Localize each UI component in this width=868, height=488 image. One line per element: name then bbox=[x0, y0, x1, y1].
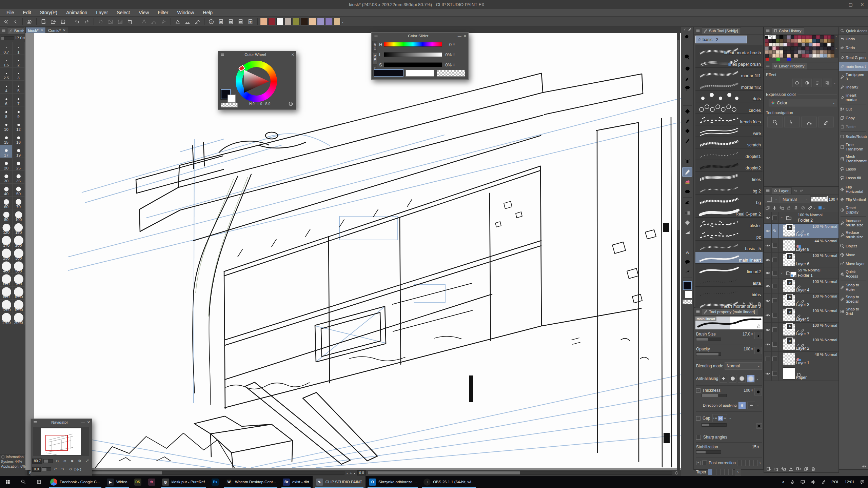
color-history-swatch[interactable] bbox=[824, 43, 827, 46]
taskbar-app-skrzynka-odbiorcza-[interactable]: OSkrzynka odbiorcza ... bbox=[366, 476, 420, 488]
invert-selection-icon[interactable] bbox=[116, 18, 125, 26]
minimize-icon[interactable]: — bbox=[458, 34, 461, 38]
pen-tray-icon[interactable] bbox=[819, 476, 828, 488]
color-history-swatch[interactable] bbox=[824, 54, 827, 58]
taper-expand-button[interactable]: › bbox=[735, 469, 741, 475]
taskbar-app-kiosk-pur-pureref[interactable]: ◎kiosk.pur - PureRef bbox=[159, 476, 208, 488]
undo-icon[interactable] bbox=[73, 18, 81, 26]
stabilization-value[interactable]: 15 bbox=[752, 445, 756, 449]
color-history-swatch[interactable] bbox=[816, 35, 820, 39]
color-history-swatch[interactable] bbox=[831, 39, 834, 43]
color-history-swatch[interactable] bbox=[776, 35, 780, 39]
color-history-swatch[interactable] bbox=[776, 54, 780, 58]
delete-sub-tool-icon[interactable] bbox=[757, 301, 762, 306]
opacity-spinner[interactable]: ▲▼ bbox=[751, 347, 753, 351]
tool-gradient[interactable] bbox=[683, 208, 692, 218]
rotate-left-icon[interactable]: ↶ bbox=[52, 466, 59, 472]
layer-row-layer-9[interactable]: ✎⊕✓100 % NormalLayer 9 bbox=[764, 224, 839, 238]
color-history-swatch[interactable] bbox=[780, 35, 783, 39]
tab-tool-property[interactable]: Tool property [main lineart] bbox=[702, 308, 758, 315]
brush-size-50[interactable]: 50 bbox=[13, 184, 25, 197]
quick-access-quick-access-settings[interactable]: Quick Access Settings bbox=[839, 268, 868, 280]
layer-opacity-slider[interactable] bbox=[811, 197, 828, 202]
zoom-out-button[interactable]: - bbox=[347, 471, 348, 475]
color-history-swatch[interactable] bbox=[809, 35, 813, 39]
search-icon[interactable] bbox=[840, 28, 845, 33]
minimize-button[interactable]: – bbox=[833, 1, 845, 8]
transparent-color-swatch[interactable] bbox=[221, 103, 238, 107]
quick-access-increase-brush-size[interactable]: Increase brush size bbox=[839, 217, 868, 229]
brush-size-500[interactable]: 500 bbox=[13, 261, 25, 274]
brush-size-250[interactable]: 250 bbox=[0, 248, 13, 261]
collapse-prev-icon[interactable] bbox=[11, 18, 20, 26]
quick-access-flip-vertical[interactable]: Flip Vertical bbox=[839, 195, 868, 204]
layer-checkbox[interactable] bbox=[771, 238, 778, 252]
color-wheel-window[interactable]: Color Wheel — ✕ H 0L 0S 0 bbox=[218, 51, 296, 110]
taper-level[interactable] bbox=[708, 469, 733, 475]
toolbar-color-swatch[interactable] bbox=[317, 18, 324, 25]
color-history-swatch[interactable] bbox=[812, 43, 816, 46]
layer-checkbox[interactable] bbox=[771, 352, 778, 366]
color-history-swatch[interactable] bbox=[809, 46, 813, 50]
color-history-swatch[interactable] bbox=[802, 46, 805, 50]
color-history-swatch[interactable] bbox=[765, 39, 769, 43]
color-history-swatch[interactable] bbox=[816, 54, 820, 58]
color-history-swatch[interactable] bbox=[780, 43, 783, 46]
sub-tool-item[interactable]: circles bbox=[695, 102, 763, 114]
quick-access-free-transform[interactable]: Free Transform bbox=[839, 141, 868, 153]
layer-checkbox[interactable] bbox=[771, 279, 778, 293]
layer-checkbox[interactable] bbox=[771, 308, 778, 322]
quick-access-flip-horizontal[interactable]: Flip Horizontal bbox=[839, 183, 868, 195]
tool-decoration-color[interactable] bbox=[683, 177, 692, 186]
saturation-slider[interactable] bbox=[384, 62, 442, 67]
quick-access-snap-to-special-ruler[interactable]: Snap to Special Ruler bbox=[839, 293, 868, 305]
nav-object-icon[interactable] bbox=[767, 117, 783, 127]
color-history-swatch[interactable] bbox=[791, 39, 794, 43]
gap-dynamics-button[interactable] bbox=[756, 423, 762, 429]
tool-pen-main[interactable] bbox=[683, 167, 692, 177]
close-tab-icon[interactable]: ✕ bbox=[41, 28, 43, 32]
gap-slider[interactable] bbox=[702, 423, 727, 427]
tool-ruler[interactable] bbox=[683, 267, 692, 277]
color-history-swatch[interactable] bbox=[794, 50, 798, 54]
brush-size-value[interactable]: 17.0 bbox=[743, 332, 750, 337]
layer-visibility-toggle[interactable] bbox=[764, 267, 772, 279]
export-psd-icon[interactable]: psd bbox=[236, 18, 245, 26]
sub-tool-item[interactable]: lines bbox=[695, 171, 763, 183]
collapse-thickness-icon[interactable]: − bbox=[696, 388, 701, 393]
anti-aliasing-middle-button[interactable] bbox=[738, 375, 746, 383]
quick-access-main-lineart[interactable]: main lineart bbox=[839, 62, 868, 71]
quick-access-lineart2[interactable]: lineart2 bbox=[839, 83, 868, 92]
nav-pen-icon[interactable] bbox=[818, 117, 834, 127]
direction-vertical-button[interactable] bbox=[747, 402, 755, 409]
color-history-swatch[interactable] bbox=[772, 50, 776, 54]
layer-visibility-toggle[interactable] bbox=[764, 308, 772, 322]
color-model-tab-hls[interactable]: HLS bbox=[372, 53, 377, 64]
quick-access-object[interactable]: Object bbox=[839, 242, 868, 250]
tab-layer-property[interactable]: Layer Property bbox=[772, 63, 807, 69]
vector-snap-2-icon[interactable] bbox=[183, 18, 192, 26]
toolbar-color-swatch[interactable] bbox=[268, 18, 275, 25]
display-icon[interactable] bbox=[798, 476, 808, 488]
color-history-swatch[interactable] bbox=[783, 46, 787, 50]
menu-edit[interactable]: Edit bbox=[19, 10, 36, 15]
taskbar-app-flower[interactable]: ✿ bbox=[145, 476, 159, 488]
color-history-swatch[interactable] bbox=[812, 46, 816, 50]
color-history-swatch[interactable] bbox=[776, 50, 780, 54]
microphone-icon[interactable] bbox=[788, 476, 797, 488]
brush-size-70[interactable]: 70 bbox=[13, 197, 25, 209]
color-history-swatch[interactable] bbox=[765, 43, 769, 46]
sub-tool-item[interactable]: Real G-pen 2 bbox=[695, 206, 763, 218]
panel-menu-icon[interactable] bbox=[695, 309, 701, 314]
thickness-value[interactable]: 100 bbox=[744, 388, 750, 393]
color-history-swatch[interactable] bbox=[780, 50, 783, 54]
brush-size-2[interactable]: 2 bbox=[13, 55, 25, 68]
layer-row-layer-6[interactable]: ⊕100 % NormalLayer 6 bbox=[764, 253, 839, 267]
color-history-swatch[interactable] bbox=[805, 50, 809, 54]
layer-row-layer-3[interactable]: ⊕✓100 % NormalLayer 3 bbox=[764, 293, 839, 308]
layer-row-layer-4[interactable]: ⊕100 % NormalLayer 4 bbox=[764, 279, 839, 293]
color-history-swatch[interactable] bbox=[820, 39, 824, 43]
layer-checkbox[interactable] bbox=[771, 366, 778, 381]
layer-row-layer-8[interactable]: 44 % NormalLayer 8 bbox=[764, 238, 839, 253]
taskbar-app-obs-26-1-1-64-bit-wi-[interactable]: ◔OBS 26.1.1 (64-bit, wi... bbox=[420, 476, 478, 488]
